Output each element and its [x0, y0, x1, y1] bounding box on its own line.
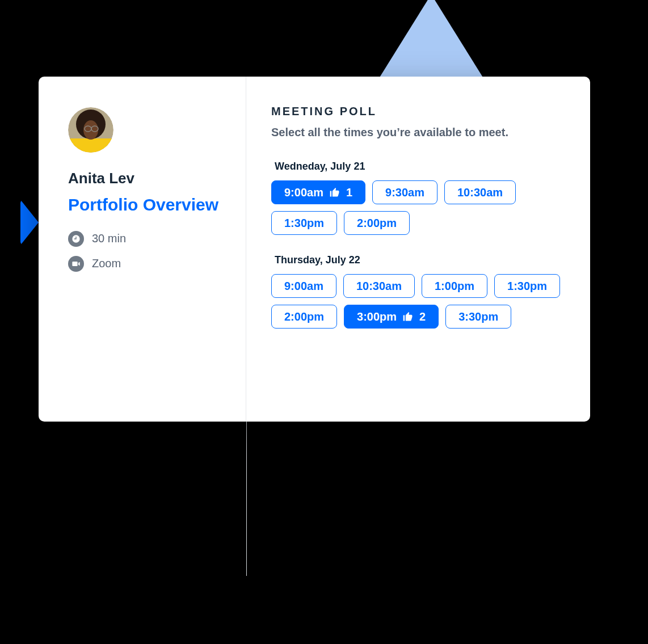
time-slot[interactable]: 1:30pm — [271, 211, 337, 235]
host-avatar — [68, 107, 113, 153]
time-slot-label: 9:00am — [284, 187, 323, 198]
poll-day-label: Thursday, July 22 — [275, 254, 565, 266]
poll-day-label: Wedneday, July 21 — [275, 161, 565, 172]
poll-day: Thursday, July 229:00am10:30am1:00pm1:30… — [271, 254, 565, 329]
meeting-poll-card: Anita Lev Portfolio Overview 30 min Zoom… — [39, 77, 590, 422]
poll-slot-row: 9:00am19:30am10:30am1:30pm2:00pm — [271, 180, 565, 235]
time-slot[interactable]: 9:00am1 — [271, 180, 365, 204]
video-row: Zoom — [68, 256, 224, 272]
time-slot[interactable]: 1:00pm — [422, 274, 487, 298]
time-slot[interactable]: 1:30pm — [494, 274, 560, 298]
time-slot[interactable]: 9:00am — [271, 274, 336, 298]
time-slot-label: 9:00am — [284, 280, 323, 292]
time-slot-votes: 1 — [346, 187, 352, 198]
time-slot-label: 10:30am — [356, 280, 402, 292]
decorative-wedge — [20, 200, 39, 245]
clock-icon — [68, 231, 84, 247]
time-slot[interactable]: 9:30am — [372, 180, 437, 204]
poll-pane: MEETING POLL Select all the times you’re… — [246, 77, 590, 422]
poll-days-container: Wedneday, July 219:00am19:30am10:30am1:3… — [271, 161, 565, 329]
time-slot[interactable]: 10:30am — [444, 180, 516, 204]
time-slot-label: 10:30am — [457, 187, 503, 198]
time-slot[interactable]: 2:00pm — [344, 211, 410, 235]
video-icon — [68, 256, 84, 272]
poll-subheading: Select all the times you’re available to… — [271, 126, 565, 139]
time-slot-label: 9:30am — [385, 187, 424, 198]
poll-slot-row: 9:00am10:30am1:00pm1:30pm2:00pm3:00pm23:… — [271, 274, 565, 329]
time-slot-label: 1:30pm — [284, 217, 324, 229]
time-slot[interactable]: 2:00pm — [271, 305, 337, 329]
time-slot-label: 1:30pm — [507, 280, 547, 292]
meeting-info-pane: Anita Lev Portfolio Overview 30 min Zoom — [39, 77, 246, 422]
time-slot-votes: 2 — [419, 311, 426, 322]
svg-rect-2 — [68, 138, 113, 153]
time-slot-label: 3:30pm — [458, 311, 498, 322]
time-slot-label: 1:00pm — [435, 280, 474, 292]
duration-row: 30 min — [68, 231, 224, 247]
meeting-title: Portfolio Overview — [68, 195, 224, 215]
time-slot[interactable]: 3:00pm2 — [344, 305, 439, 329]
thumbs-up-icon — [329, 187, 340, 198]
time-slot-label: 2:00pm — [357, 217, 397, 229]
host-name: Anita Lev — [68, 170, 224, 187]
time-slot[interactable]: 10:30am — [343, 274, 415, 298]
video-platform-label: Zoom — [92, 257, 121, 270]
poll-day: Wedneday, July 219:00am19:30am10:30am1:3… — [271, 161, 565, 235]
time-slot-label: 2:00pm — [284, 311, 324, 322]
thumbs-up-icon — [402, 311, 414, 322]
duration-label: 30 min — [92, 232, 126, 245]
time-slot[interactable]: 3:30pm — [445, 305, 511, 329]
poll-heading: MEETING POLL — [271, 105, 565, 118]
time-slot-label: 3:00pm — [357, 311, 397, 322]
